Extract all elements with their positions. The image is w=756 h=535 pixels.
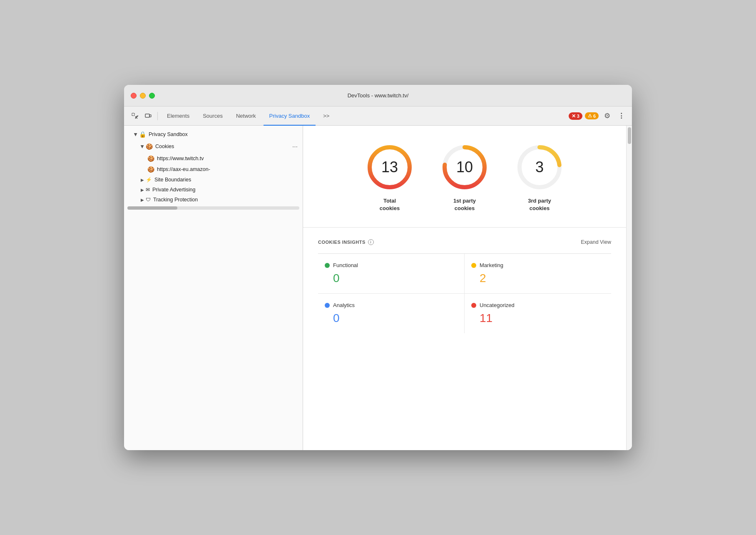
sidebar-item-tracking-protection[interactable]: ▶ 🛡 Tracking Protection	[124, 195, 303, 205]
settings-button[interactable]: ⚙	[601, 110, 613, 122]
svg-rect-2	[149, 115, 151, 117]
sidebar-label-site-boundaries: Site Boundaries	[154, 177, 191, 183]
toolbar: Elements Sources Network Privacy Sandbox…	[124, 107, 632, 126]
sidebar-label-privacy-sandbox: Privacy Sandbox	[149, 131, 188, 137]
expand-arrow-tracking-icon: ▶	[141, 198, 144, 202]
traffic-lights	[131, 93, 155, 99]
uncategorized-label: Uncategorized	[480, 302, 515, 308]
content-area: ▶ 🔒 Privacy Sandbox ▶ 🍪 Cookies ⋯ 🍪 http…	[124, 126, 632, 450]
donut-total: 13	[365, 142, 415, 192]
expand-arrow-icon: ▶	[134, 133, 138, 136]
sidebar-item-privacy-sandbox[interactable]: ▶ 🔒 Privacy Sandbox	[124, 129, 303, 140]
tab-sources[interactable]: Sources	[197, 107, 229, 126]
analytics-dot	[325, 303, 330, 308]
third-party-value: 3	[535, 159, 544, 176]
functional-dot	[325, 263, 330, 268]
insight-analytics: Analytics 0	[318, 294, 465, 333]
marketing-value: 2	[480, 272, 604, 285]
sidebar-item-cookies[interactable]: ▶ 🍪 Cookies ⋯	[124, 140, 303, 153]
tab-more[interactable]: >>	[317, 107, 335, 126]
title-bar: DevTools - www.twitch.tv/	[124, 85, 632, 107]
sidebar-label-private-advertising: Private Advertising	[152, 187, 196, 193]
sidebar-label-twitch: https://www.twitch.tv	[157, 156, 204, 161]
toolbar-right: ✕ 3 ⚠ 6 ⚙ ⋮	[569, 110, 627, 122]
selector-icon[interactable]	[129, 110, 141, 122]
error-count: 3	[577, 114, 579, 119]
insight-analytics-header: Analytics	[325, 302, 458, 308]
uncategorized-value: 11	[480, 312, 604, 325]
insights-section: COOKIES INSIGHTS i Expand View Functiona…	[303, 228, 626, 345]
expand-arrow-cookies-icon: ▶	[140, 145, 145, 148]
error-badge[interactable]: ✕ 3	[569, 112, 582, 120]
analytics-label: Analytics	[333, 302, 355, 308]
warning-count: 6	[593, 114, 596, 119]
warning-badge[interactable]: ⚠ 6	[585, 112, 599, 119]
expand-view-button[interactable]: Expand View	[581, 239, 611, 245]
main-panel: 13 Totalcookies	[303, 126, 626, 450]
twitch-cookie-icon: 🍪	[147, 155, 154, 162]
expand-arrow-site-icon: ▶	[141, 178, 144, 182]
close-button[interactable]	[131, 93, 137, 99]
sidebar-label-cookies: Cookies	[155, 144, 174, 149]
error-icon: ✕	[572, 113, 576, 119]
sidebar: ▶ 🔒 Privacy Sandbox ▶ 🍪 Cookies ⋯ 🍪 http…	[124, 126, 303, 450]
insights-header: COOKIES INSIGHTS i Expand View	[318, 239, 611, 245]
responsive-icon[interactable]	[142, 110, 154, 122]
stat-third-party: 3 3rd partycookies	[515, 142, 565, 212]
analytics-value: 0	[333, 312, 458, 325]
functional-value: 0	[333, 272, 458, 285]
cookies-icon: 🍪	[146, 143, 153, 150]
sidebar-item-amazon[interactable]: 🍪 https://aax-eu.amazon-	[124, 164, 303, 175]
tracking-protection-icon: 🛡	[146, 197, 151, 203]
insight-uncategorized: Uncategorized 11	[465, 294, 611, 333]
privacy-sandbox-icon: 🔒	[139, 131, 146, 138]
insight-uncategorized-header: Uncategorized	[471, 302, 604, 308]
svg-rect-0	[132, 113, 134, 116]
tab-network[interactable]: Network	[230, 107, 262, 126]
window-title: DevTools - www.twitch.tv/	[348, 92, 409, 99]
tab-privacy-sandbox[interactable]: Privacy Sandbox	[264, 107, 316, 126]
info-icon[interactable]: i	[368, 239, 374, 245]
uncategorized-dot	[471, 303, 476, 308]
sidebar-scrollbar-thumb	[127, 206, 177, 210]
sidebar-item-private-advertising[interactable]: ▶ ✉ Private Advertising	[124, 185, 303, 195]
total-cookies-value: 13	[381, 159, 398, 176]
insights-grid: Functional 0 Marketing 2	[318, 254, 611, 333]
first-party-value: 10	[456, 159, 473, 176]
sidebar-label-tracking-protection: Tracking Protection	[153, 197, 198, 203]
cookies-overview: 13 Totalcookies	[303, 126, 626, 228]
maximize-button[interactable]	[149, 93, 155, 99]
functional-label: Functional	[333, 262, 358, 268]
devtools-window: DevTools - www.twitch.tv/ Elements Sourc…	[124, 85, 632, 450]
total-cookies-label: Totalcookies	[380, 197, 400, 212]
more-button[interactable]: ⋮	[615, 110, 627, 122]
insight-functional-header: Functional	[325, 262, 458, 268]
marketing-label: Marketing	[480, 262, 503, 268]
donut-first-party: 10	[440, 142, 490, 192]
site-boundaries-icon: ⚡	[146, 177, 152, 183]
private-advertising-icon: ✉	[146, 187, 150, 193]
sidebar-item-site-boundaries[interactable]: ▶ ⚡ Site Boundaries	[124, 175, 303, 185]
stat-first-party: 10 1st partycookies	[440, 142, 490, 212]
insight-marketing-header: Marketing	[471, 262, 604, 268]
expand-arrow-advertising-icon: ▶	[141, 188, 144, 192]
sidebar-scrollbar[interactable]	[127, 206, 299, 210]
cookies-breadcrumb-icon[interactable]: ⋯	[290, 142, 299, 151]
sidebar-item-twitch[interactable]: 🍪 https://www.twitch.tv	[124, 153, 303, 164]
marketing-dot	[471, 263, 476, 268]
minimize-button[interactable]	[140, 93, 146, 99]
svg-rect-1	[145, 114, 149, 117]
warning-icon: ⚠	[588, 113, 592, 119]
stat-total-cookies: 13 Totalcookies	[365, 142, 415, 212]
tab-elements[interactable]: Elements	[161, 107, 195, 126]
main-scrollbar-thumb	[628, 127, 631, 144]
donut-third-party: 3	[515, 142, 565, 192]
insight-marketing: Marketing 2	[465, 254, 611, 294]
amazon-cookie-icon: 🍪	[147, 166, 154, 173]
insight-functional: Functional 0	[318, 254, 465, 294]
main-scrollbar-track[interactable]	[626, 126, 632, 450]
insights-title: COOKIES INSIGHTS i	[318, 239, 374, 245]
third-party-label: 3rd partycookies	[528, 197, 551, 212]
toolbar-separator	[157, 112, 158, 120]
first-party-label: 1st partycookies	[453, 197, 476, 212]
